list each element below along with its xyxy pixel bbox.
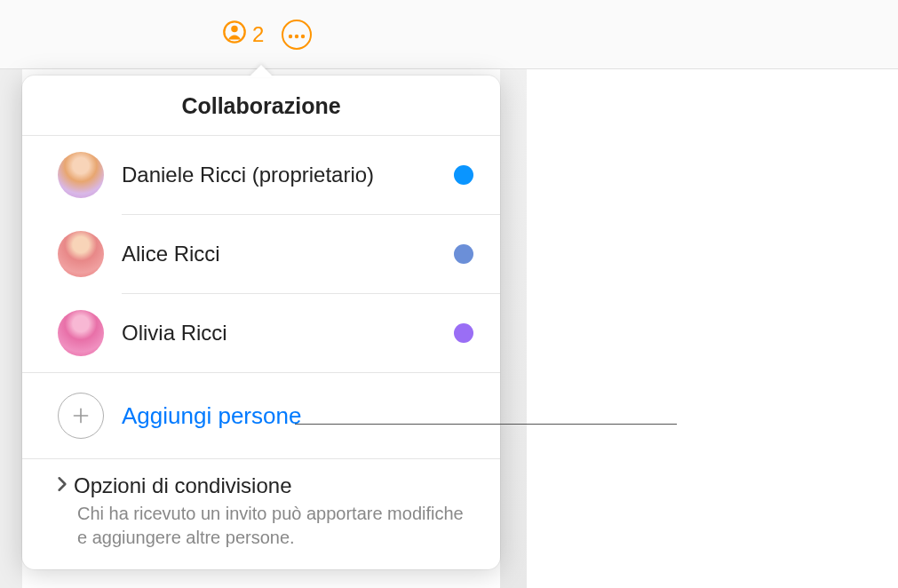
participant-name: Alice Ricci (122, 242, 454, 266)
svg-point-4 (301, 34, 305, 37)
toolbar-buttons: 2 (222, 20, 312, 50)
person-icon (222, 20, 247, 50)
add-people-button[interactable]: Aggiungi persone (22, 373, 500, 458)
toolbar: 2 (0, 0, 898, 69)
presence-color-dot (454, 323, 473, 343)
plus-icon (58, 393, 104, 439)
avatar (58, 310, 104, 356)
participant-row[interactable]: Olivia Ricci (22, 294, 500, 372)
options-subtitle: Chi ha ricevuto un invito può apportare … (77, 502, 473, 550)
callout-line (295, 424, 677, 425)
more-button[interactable] (282, 20, 312, 50)
background-left (0, 69, 22, 588)
presence-color-dot (454, 165, 473, 185)
participant-name: Olivia Ricci (122, 321, 454, 346)
svg-point-2 (289, 34, 292, 37)
participant-name: Daniele Ricci (proprietario) (122, 163, 454, 187)
avatar (58, 231, 104, 277)
add-people-label: Aggiungi persone (122, 402, 301, 430)
collaboration-popover: Collaborazione Daniele Ricci (proprietar… (22, 75, 500, 569)
options-header: Opzioni di condivisione (56, 473, 473, 498)
presence-color-dot (454, 244, 473, 264)
options-title: Opzioni di condivisione (74, 473, 291, 498)
sharing-options-button[interactable]: Opzioni di condivisione Chi ha ricevuto … (22, 459, 500, 569)
chevron-right-icon (56, 476, 68, 496)
svg-point-3 (295, 34, 298, 37)
participant-row[interactable]: Daniele Ricci (proprietario) (22, 136, 500, 214)
avatar (58, 152, 104, 198)
popover-title: Collaborazione (22, 75, 500, 135)
participant-row[interactable]: Alice Ricci (22, 215, 500, 293)
ellipsis-icon (288, 27, 306, 43)
background-right (500, 69, 527, 588)
svg-point-1 (231, 25, 237, 31)
collab-count: 2 (252, 22, 264, 47)
collaboration-button[interactable]: 2 (222, 20, 264, 50)
